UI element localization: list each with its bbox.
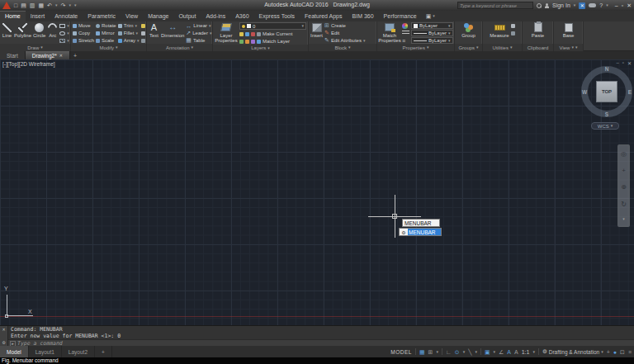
tab-performance[interactable]: Performance [379, 11, 422, 21]
help-icon[interactable]: ? [599, 2, 603, 8]
panel-title-modify[interactable]: Modify▾ [71, 44, 146, 51]
open-icon[interactable]: ▤ [21, 2, 26, 9]
isodraft-dropdown-icon[interactable]: ▾ [475, 350, 477, 354]
snap-toggle-icon[interactable]: ⊞ [428, 349, 433, 355]
panel-title-annotation[interactable]: Annotation▾ [147, 44, 212, 51]
drawing-canvas[interactable]: [-][Top][2D Wireframe] – ▫ ✕ N S W E TOP… [0, 59, 634, 325]
array-button[interactable]: Array▾ [118, 37, 140, 44]
viewcube[interactable]: N S W E TOP [581, 66, 632, 117]
circle-button[interactable]: Circle [33, 22, 45, 38]
ortho-toggle-icon[interactable]: ∟ [446, 349, 452, 355]
panel-title-draw[interactable]: Draw▾ [0, 44, 70, 51]
scale-dropdown-icon[interactable]: ▾ [532, 350, 535, 354]
annotation-monitor-icon[interactable]: + [607, 349, 610, 355]
mirror-button[interactable]: Mirror [96, 30, 116, 36]
restore-button[interactable]: ▫ [622, 2, 623, 9]
group-button[interactable]: Group [461, 22, 476, 38]
measure-button[interactable]: Measure [490, 22, 509, 38]
osnap-dropdown-icon[interactable]: ▾ [494, 350, 496, 354]
match-properties-button[interactable]: Match Properties [379, 22, 400, 43]
save-icon[interactable]: ▥ [30, 2, 35, 9]
redo-icon[interactable]: ↷ [61, 2, 66, 9]
exchange-apps-icon[interactable]: ✕ [579, 2, 585, 9]
new-icon[interactable]: □ [14, 2, 17, 8]
workspace-switcher[interactable]: ⚙ Drafting & Annotation ▾ [542, 348, 603, 355]
tab-bim360[interactable]: BIM 360 [348, 11, 379, 21]
dynamic-input-field[interactable]: MENUBAR [402, 219, 440, 227]
file-tab-close-icon[interactable]: ✕ [59, 53, 63, 58]
color-select[interactable]: ByLayer ▾ [411, 22, 453, 29]
tab-view[interactable]: View [121, 11, 143, 21]
viewport-close-icon[interactable]: ✕ [627, 60, 632, 66]
insert-button[interactable]: Insert [310, 22, 323, 38]
annotation-autoscale-icon[interactable]: A [514, 349, 518, 355]
edit-attributes-button[interactable]: ✎Edit Attributes▾ [324, 37, 365, 44]
viewcube-west[interactable]: W [582, 89, 587, 95]
signin-avatar-icon[interactable] [545, 3, 549, 8]
polar-dropdown-icon[interactable]: ▾ [463, 350, 466, 354]
ribbon-display-icon[interactable]: ▣ [426, 13, 432, 20]
polar-tracking-icon[interactable]: ⊙ [455, 349, 460, 355]
command-line-grip[interactable]: ✕ ⚙ [0, 326, 8, 346]
quick-calc-button[interactable] [511, 30, 515, 36]
rotate-button[interactable]: Rotate [96, 22, 116, 29]
lineweight-button[interactable] [402, 30, 409, 36]
viewport-restore-icon[interactable]: ▫ [622, 60, 624, 66]
line-button[interactable]: Line [2, 22, 12, 38]
plot-icon[interactable]: ▦ [38, 2, 44, 9]
model-tab[interactable]: Model [0, 346, 29, 357]
id-point-button[interactable] [511, 22, 515, 29]
erase-button[interactable] [141, 22, 145, 29]
a360-status-icon[interactable]: ● [613, 349, 617, 355]
tab-manage[interactable]: Manage [143, 11, 173, 21]
viewport-minimize-icon[interactable]: – [616, 60, 618, 66]
stretch-button[interactable]: Stretch [73, 37, 94, 44]
orbit-icon[interactable]: ↻ [621, 201, 627, 208]
match-layer-button[interactable]: Match Layer [239, 38, 306, 45]
otrack-toggle-icon[interactable]: ∠ [499, 349, 504, 355]
undo-dropdown-icon[interactable]: ▾ [55, 3, 58, 7]
autocad-logo-icon[interactable] [2, 2, 11, 9]
snap-dropdown-icon[interactable]: ▾ [436, 350, 438, 354]
edit-block-button[interactable]: ✎Edit [324, 30, 365, 36]
table-button[interactable]: ▦Table [186, 37, 211, 44]
isodraft-icon[interactable]: ╲ [468, 349, 471, 355]
qat-customize-icon[interactable]: ▾ [74, 3, 77, 7]
signin-dropdown-icon[interactable]: ▾ [574, 3, 576, 7]
rectangle-button[interactable]: ▾ [59, 22, 69, 29]
panel-title-utilities[interactable]: Utilities▾ [483, 44, 522, 51]
ellipse-button[interactable]: ▾ [59, 30, 69, 36]
undo-icon[interactable]: ↶ [47, 2, 52, 9]
viewcube-north[interactable]: N [605, 66, 609, 72]
grid-toggle-icon[interactable]: ▦ [419, 349, 425, 355]
text-button[interactable]: A Text [149, 22, 159, 38]
search-input[interactable] [457, 2, 533, 9]
wcs-selector[interactable]: WCS▾ [591, 122, 619, 130]
linear-button[interactable]: ↔Linear▾ [186, 22, 211, 29]
offset-button[interactable] [141, 37, 145, 44]
minimize-button[interactable]: – [615, 2, 618, 9]
tab-express-tools[interactable]: Express Tools [254, 11, 300, 21]
tab-annotate[interactable]: Annotate [50, 11, 83, 21]
redo-dropdown-icon[interactable]: ▾ [69, 3, 71, 7]
search-icon[interactable] [537, 3, 542, 8]
autocomplete-suggestion[interactable]: MENUBAR [408, 229, 441, 235]
hatch-button[interactable]: ▾ [59, 37, 69, 44]
annotation-visibility-icon[interactable]: A [507, 349, 511, 355]
tab-parametric[interactable]: Parametric [83, 11, 121, 21]
layout2-tab[interactable]: Layout2 [62, 346, 95, 357]
a360-cloud-icon[interactable] [589, 3, 596, 7]
signin-label[interactable]: Sign In [552, 2, 570, 8]
customization-menu-icon[interactable]: ≡ [628, 349, 632, 355]
osnap-toggle-icon[interactable]: ▣ [485, 349, 490, 355]
copy-button[interactable]: Copy [73, 30, 94, 36]
new-layout-button[interactable]: + [95, 346, 112, 357]
steering-wheel-icon[interactable]: ◎ [621, 150, 627, 158]
base-button[interactable]: Base [563, 22, 575, 38]
make-current-button[interactable]: Make Current [239, 31, 306, 37]
move-button[interactable]: Move [73, 22, 94, 29]
clean-screen-icon[interactable]: ⊡ [620, 349, 625, 355]
annotation-scale-value[interactable]: 1:1 [522, 349, 530, 355]
new-drawing-tab-button[interactable]: + [70, 51, 80, 59]
scale-button[interactable]: Scale [96, 37, 116, 44]
